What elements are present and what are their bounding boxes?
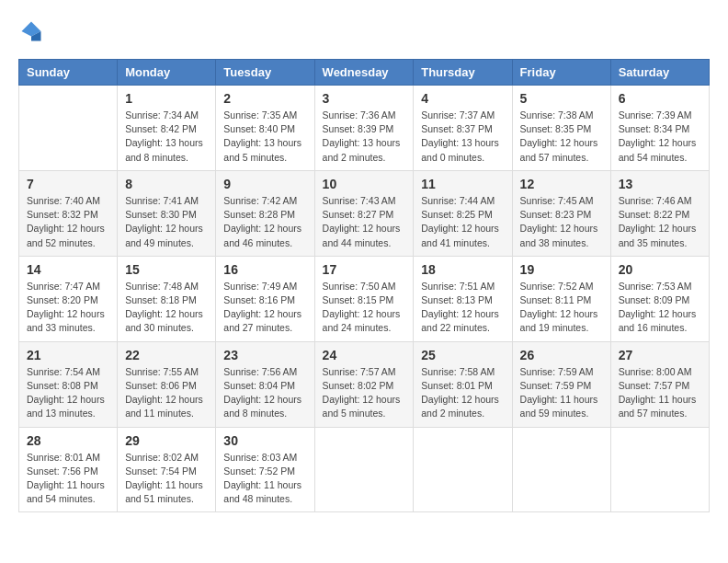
calendar-cell: 28Sunrise: 8:01 AM Sunset: 7:56 PM Dayli… [19,427,118,512]
day-number: 25 [421,348,504,362]
calendar-week-row: 1Sunrise: 7:34 AM Sunset: 8:42 PM Daylig… [19,86,710,171]
day-number: 21 [27,348,109,362]
calendar-cell: 5Sunrise: 7:38 AM Sunset: 8:35 PM Daylig… [512,86,610,171]
calendar-cell: 30Sunrise: 8:03 AM Sunset: 7:52 PM Dayli… [216,427,314,512]
day-info: Sunrise: 7:53 AM Sunset: 8:09 PM Dayligh… [619,280,701,336]
day-info: Sunrise: 7:34 AM Sunset: 8:42 PM Dayligh… [125,109,208,165]
day-info: Sunrise: 7:48 AM Sunset: 8:18 PM Dayligh… [125,280,208,336]
day-info: Sunrise: 7:59 AM Sunset: 7:59 PM Dayligh… [520,365,603,421]
day-number: 29 [125,433,208,448]
day-number: 22 [125,348,208,362]
calendar-week-row: 14Sunrise: 7:47 AM Sunset: 8:20 PM Dayli… [19,256,710,341]
day-info: Sunrise: 7:54 AM Sunset: 8:08 PM Dayligh… [27,365,109,421]
calendar-week-row: 28Sunrise: 8:01 AM Sunset: 7:56 PM Dayli… [19,427,710,512]
header-wednesday: Wednesday [314,60,414,86]
calendar-cell: 2Sunrise: 7:35 AM Sunset: 8:40 PM Daylig… [216,86,314,171]
day-info: Sunrise: 7:46 AM Sunset: 8:22 PM Dayligh… [619,194,701,250]
calendar-cell [512,427,610,512]
page-header [18,18,710,44]
header-sunday: Sunday [19,60,118,86]
calendar-cell [414,427,512,512]
calendar-cell: 6Sunrise: 7:39 AM Sunset: 8:34 PM Daylig… [610,86,709,171]
logo-icon [18,18,44,44]
calendar-cell: 9Sunrise: 7:42 AM Sunset: 8:28 PM Daylig… [216,170,314,256]
day-number: 27 [619,348,701,362]
day-info: Sunrise: 7:36 AM Sunset: 8:39 PM Dayligh… [323,109,406,165]
header-monday: Monday [118,60,216,86]
day-number: 16 [223,262,306,277]
day-number: 13 [619,177,701,191]
calendar-cell: 22Sunrise: 7:55 AM Sunset: 8:06 PM Dayli… [118,341,216,427]
day-info: Sunrise: 8:02 AM Sunset: 7:54 PM Dayligh… [125,451,208,507]
calendar-header-row: SundayMondayTuesdayWednesdayThursdayFrid… [19,60,710,86]
day-info: Sunrise: 8:00 AM Sunset: 7:57 PM Dayligh… [619,365,701,421]
day-info: Sunrise: 7:50 AM Sunset: 8:15 PM Dayligh… [323,280,406,336]
day-number: 1 [125,91,208,106]
day-info: Sunrise: 7:41 AM Sunset: 8:30 PM Dayligh… [125,194,208,250]
calendar-cell: 25Sunrise: 7:58 AM Sunset: 8:01 PM Dayli… [414,341,512,427]
calendar-cell [19,86,118,171]
day-number: 24 [323,348,406,362]
day-number: 3 [323,91,406,106]
calendar-cell: 10Sunrise: 7:43 AM Sunset: 8:27 PM Dayli… [314,170,414,256]
day-info: Sunrise: 7:47 AM Sunset: 8:20 PM Dayligh… [27,280,109,336]
calendar-cell: 12Sunrise: 7:45 AM Sunset: 8:23 PM Dayli… [512,170,610,256]
day-info: Sunrise: 7:43 AM Sunset: 8:27 PM Dayligh… [323,194,406,250]
day-info: Sunrise: 7:42 AM Sunset: 8:28 PM Dayligh… [223,194,306,250]
day-number: 23 [223,348,306,362]
calendar-cell: 16Sunrise: 7:49 AM Sunset: 8:16 PM Dayli… [216,256,314,341]
calendar-cell: 23Sunrise: 7:56 AM Sunset: 8:04 PM Dayli… [216,341,314,427]
day-number: 10 [323,177,406,191]
day-number: 20 [619,262,701,277]
day-info: Sunrise: 8:01 AM Sunset: 7:56 PM Dayligh… [27,451,109,507]
calendar-cell [610,427,709,512]
header-thursday: Thursday [414,60,512,86]
day-info: Sunrise: 7:52 AM Sunset: 8:11 PM Dayligh… [520,280,603,336]
day-info: Sunrise: 7:51 AM Sunset: 8:13 PM Dayligh… [421,280,504,336]
day-number: 4 [421,91,504,106]
calendar-cell: 4Sunrise: 7:37 AM Sunset: 8:37 PM Daylig… [414,86,512,171]
day-info: Sunrise: 7:49 AM Sunset: 8:16 PM Dayligh… [223,280,306,336]
day-info: Sunrise: 7:37 AM Sunset: 8:37 PM Dayligh… [421,109,504,165]
day-info: Sunrise: 8:03 AM Sunset: 7:52 PM Dayligh… [223,451,306,507]
day-number: 5 [520,91,603,106]
calendar-cell: 7Sunrise: 7:40 AM Sunset: 8:32 PM Daylig… [19,170,118,256]
day-info: Sunrise: 7:57 AM Sunset: 8:02 PM Dayligh… [323,365,406,421]
day-number: 18 [421,262,504,277]
day-number: 8 [125,177,208,191]
day-number: 26 [520,348,603,362]
day-info: Sunrise: 7:44 AM Sunset: 8:25 PM Dayligh… [421,194,504,250]
calendar-cell: 17Sunrise: 7:50 AM Sunset: 8:15 PM Dayli… [314,256,414,341]
day-number: 30 [223,433,306,448]
calendar-cell: 18Sunrise: 7:51 AM Sunset: 8:13 PM Dayli… [414,256,512,341]
calendar-cell: 19Sunrise: 7:52 AM Sunset: 8:11 PM Dayli… [512,256,610,341]
header-saturday: Saturday [610,60,709,86]
day-info: Sunrise: 7:56 AM Sunset: 8:04 PM Dayligh… [223,365,306,421]
calendar-cell [314,427,414,512]
day-number: 6 [619,91,701,106]
day-number: 2 [223,91,306,106]
day-info: Sunrise: 7:55 AM Sunset: 8:06 PM Dayligh… [125,365,208,421]
calendar-cell: 14Sunrise: 7:47 AM Sunset: 8:20 PM Dayli… [19,256,118,341]
calendar-cell: 29Sunrise: 8:02 AM Sunset: 7:54 PM Dayli… [118,427,216,512]
calendar-cell: 15Sunrise: 7:48 AM Sunset: 8:18 PM Dayli… [118,256,216,341]
calendar-cell: 26Sunrise: 7:59 AM Sunset: 7:59 PM Dayli… [512,341,610,427]
day-number: 11 [421,177,504,191]
day-number: 28 [27,433,109,448]
day-info: Sunrise: 7:45 AM Sunset: 8:23 PM Dayligh… [520,194,603,250]
day-info: Sunrise: 7:40 AM Sunset: 8:32 PM Dayligh… [27,194,109,250]
day-number: 15 [125,262,208,277]
calendar-week-row: 7Sunrise: 7:40 AM Sunset: 8:32 PM Daylig… [19,170,710,256]
calendar-cell: 13Sunrise: 7:46 AM Sunset: 8:22 PM Dayli… [610,170,709,256]
day-info: Sunrise: 7:39 AM Sunset: 8:34 PM Dayligh… [619,109,701,165]
day-number: 14 [27,262,109,277]
calendar-cell: 1Sunrise: 7:34 AM Sunset: 8:42 PM Daylig… [118,86,216,171]
calendar-week-row: 21Sunrise: 7:54 AM Sunset: 8:08 PM Dayli… [19,341,710,427]
calendar-cell: 11Sunrise: 7:44 AM Sunset: 8:25 PM Dayli… [414,170,512,256]
day-info: Sunrise: 7:38 AM Sunset: 8:35 PM Dayligh… [520,109,603,165]
header-friday: Friday [512,60,610,86]
logo [18,18,48,44]
calendar-table: SundayMondayTuesdayWednesdayThursdayFrid… [18,59,710,512]
day-number: 9 [223,177,306,191]
calendar-cell: 21Sunrise: 7:54 AM Sunset: 8:08 PM Dayli… [19,341,118,427]
